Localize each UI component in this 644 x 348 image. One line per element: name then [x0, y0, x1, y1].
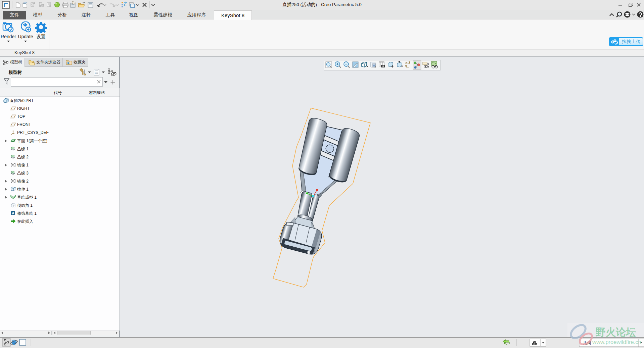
svg-text:www.proewildfire.cn: www.proewildfire.cn — [592, 339, 641, 345]
svg-text:野火论坛: 野火论坛 — [595, 327, 636, 338]
svg-text:A: A — [12, 211, 14, 215]
